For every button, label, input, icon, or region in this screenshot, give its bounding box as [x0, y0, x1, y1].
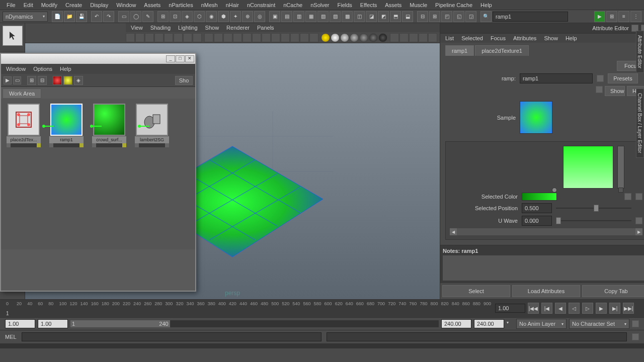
- ramp-handle-square[interactable]: [618, 188, 623, 193]
- vp-show[interactable]: Show: [205, 25, 219, 31]
- shelf-render11-icon[interactable]: ⬒: [390, 11, 401, 22]
- show-button[interactable]: Show: [605, 86, 625, 96]
- selected-color-swatch[interactable]: [522, 193, 557, 201]
- shelf-hyper2-icon[interactable]: ⊞: [429, 11, 440, 22]
- shelf-render3-icon[interactable]: ▥: [293, 11, 304, 22]
- range-slider[interactable]: 1 240: [70, 320, 439, 327]
- vp-shading[interactable]: Shading: [150, 25, 171, 31]
- in-port[interactable]: [92, 143, 96, 147]
- color-check-icon[interactable]: [635, 193, 642, 200]
- hypershade-workarea[interactable]: place2dTex... ramp1 crowd_surf... lamber…: [1, 99, 195, 249]
- vp-light-5-icon[interactable]: [359, 33, 368, 42]
- maximize-icon[interactable]: □: [176, 55, 185, 62]
- time-settings-icon[interactable]: [632, 320, 639, 327]
- attr-menu-show[interactable]: Show: [544, 35, 558, 41]
- vp-end-5-icon[interactable]: [428, 33, 437, 42]
- work-area-tab[interactable]: Work Area: [3, 88, 41, 99]
- hs-menu-options[interactable]: Options: [33, 66, 52, 72]
- vp-tool-1-icon[interactable]: [126, 33, 135, 42]
- hypershade-window[interactable]: _ □ ✕ Window Options Help ▶ ▭ ⊞ ⊟ ◈ Sho …: [0, 53, 196, 292]
- menu-window[interactable]: Window: [112, 1, 140, 10]
- shelf-hyper4-icon[interactable]: ◱: [453, 11, 464, 22]
- ramp-gradient-preview[interactable]: [563, 146, 613, 189]
- node-ramp1[interactable]: ramp1: [49, 104, 84, 244]
- menu-create[interactable]: Create: [61, 1, 86, 10]
- shelf-save-icon[interactable]: 💾: [76, 11, 87, 22]
- shelf-lasso-icon[interactable]: ◯: [130, 11, 141, 22]
- menu-assets2[interactable]: Assets: [381, 1, 406, 10]
- vp-light-7-icon[interactable]: [378, 33, 387, 42]
- anim-layer-dropdown[interactable]: No Anim Layer: [516, 319, 567, 329]
- ramp-scrollbar[interactable]: [617, 146, 624, 189]
- vp-tool-20-icon[interactable]: [309, 33, 318, 42]
- hscroll-right-icon[interactable]: ▶: [635, 228, 642, 235]
- vp-end-3-icon[interactable]: [409, 33, 418, 42]
- shelf-redo-icon[interactable]: ↷: [103, 11, 114, 22]
- shelf-snap4-icon[interactable]: ⬡: [194, 11, 205, 22]
- shelf-render5-icon[interactable]: ▧: [317, 11, 329, 22]
- in-port[interactable]: [49, 143, 53, 147]
- char-set-dropdown[interactable]: No Character Set: [569, 319, 629, 329]
- start-time-input[interactable]: [5, 319, 35, 328]
- vp-lighting[interactable]: Lighting: [178, 25, 198, 31]
- shelf-layout2-icon[interactable]: ≡: [618, 11, 629, 22]
- menu-edit[interactable]: Edit: [20, 1, 37, 10]
- node-crowd-surf[interactable]: crowd_surf...: [92, 104, 127, 244]
- hs-tool-5-icon[interactable]: [53, 76, 62, 85]
- shelf-snap6-icon[interactable]: ⬢: [218, 11, 229, 22]
- shelf-hyper3-icon[interactable]: ◰: [441, 11, 452, 22]
- attr-menu-attributes[interactable]: Attributes: [513, 35, 536, 41]
- select-button[interactable]: Select: [442, 285, 510, 297]
- attr-menu-help[interactable]: Help: [566, 35, 577, 41]
- select-tool[interactable]: [3, 26, 23, 46]
- hs-menu-help[interactable]: Help: [60, 66, 71, 72]
- shelf-render6-icon[interactable]: ▨: [330, 11, 341, 22]
- shelf-new-icon[interactable]: 📄: [52, 11, 63, 22]
- selected-position-input[interactable]: [522, 203, 552, 213]
- shelf-paint-icon[interactable]: ✎: [142, 11, 153, 22]
- frame-back-icon[interactable]: ◁: [569, 303, 580, 314]
- in-port[interactable]: [7, 143, 11, 147]
- shelf-hyper1-icon[interactable]: ⊟: [417, 11, 428, 22]
- shelf-open-icon[interactable]: 📁: [64, 11, 75, 22]
- shelf-search-icon[interactable]: 🔍: [480, 11, 492, 22]
- shelf-hyper5-icon[interactable]: ◲: [465, 11, 476, 22]
- position-slider[interactable]: [556, 208, 631, 209]
- vp-renderer[interactable]: Renderer: [226, 25, 250, 31]
- u-wave-input[interactable]: [522, 216, 552, 226]
- shelf-select-icon[interactable]: ▭: [118, 11, 129, 22]
- menu-nparticles[interactable]: nParticles: [165, 1, 197, 10]
- menu-assets[interactable]: Assets: [140, 1, 165, 10]
- menu-nconstraint[interactable]: nConstraint: [243, 1, 279, 10]
- hscroll-track[interactable]: [457, 228, 635, 235]
- go-out-icon[interactable]: [596, 86, 603, 93]
- hs-tool-6-icon[interactable]: [63, 76, 72, 85]
- step-back-icon[interactable]: |◀: [541, 303, 552, 314]
- hs-tool-1-icon[interactable]: ▶: [4, 76, 12, 84]
- menu-muscle[interactable]: Muscle: [406, 1, 431, 10]
- menu-effects[interactable]: Effects: [356, 1, 381, 10]
- shelf-snap5-icon[interactable]: ◉: [206, 11, 217, 22]
- frame-fwd-icon[interactable]: ▷: [582, 303, 593, 314]
- shelf-go-icon[interactable]: ▶: [594, 11, 605, 22]
- menu-modify[interactable]: Modify: [37, 1, 61, 10]
- mel-input[interactable]: [22, 332, 322, 341]
- copy-tab-button[interactable]: Copy Tab: [582, 285, 644, 297]
- vp-panels[interactable]: Panels: [257, 25, 274, 31]
- attr-menu-focus[interactable]: Focus: [491, 35, 506, 41]
- menu-nmesh[interactable]: nMesh: [197, 1, 222, 10]
- vp-tool-5-icon[interactable]: [164, 33, 173, 42]
- goto-end-icon[interactable]: ▶▶|: [623, 303, 634, 314]
- step-fwd-icon[interactable]: ▶|: [609, 303, 620, 314]
- goto-start-icon[interactable]: |◀◀: [528, 303, 539, 314]
- hs-tool-4-icon[interactable]: ⊟: [38, 76, 47, 85]
- menu-nsolver[interactable]: nSolver: [306, 1, 333, 10]
- shelf-render8-icon[interactable]: ◫: [354, 11, 365, 22]
- vp-tool-10-icon[interactable]: [214, 33, 223, 42]
- shelf-layout1-icon[interactable]: ⊞: [606, 11, 617, 22]
- out-port[interactable]: [37, 143, 41, 147]
- shelf-snap1-icon[interactable]: ⊞: [157, 11, 169, 22]
- vp-light-2-icon[interactable]: [331, 33, 340, 42]
- module-dropdown[interactable]: nDynamics: [3, 12, 48, 22]
- u-wave-slider[interactable]: [556, 220, 631, 221]
